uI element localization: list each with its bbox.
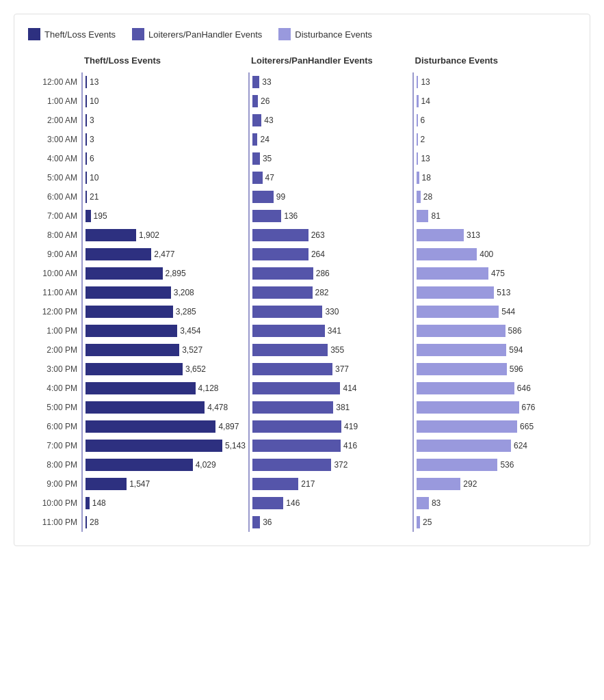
loiter-bar: [252, 114, 261, 126]
disturb-bar-cell: 6: [412, 111, 576, 130]
theft-bar-cell: 4,897: [81, 417, 248, 436]
disturb-bar-cell: 544: [412, 302, 576, 321]
disturb-bar-cell: 646: [412, 379, 576, 398]
legend-item-disturb: Disturbance Events: [278, 28, 372, 40]
theft-bar: [86, 325, 177, 337]
disturb-bar: [417, 95, 419, 107]
loiter-bar-cell: 355: [248, 340, 412, 360]
loiter-bar: [252, 152, 260, 165]
theft-bar-label: 3: [90, 116, 94, 125]
loiter-bar-cell: 43: [248, 111, 412, 130]
loiter-bar-cell: 24: [248, 130, 412, 149]
loiter-bar-label: 263: [311, 230, 325, 240]
theft-bar-label: 4,478: [207, 403, 228, 412]
disturb-bar-cell: 594: [412, 340, 576, 360]
theft-bar-cell: 10: [81, 168, 248, 187]
disturb-bar-cell: 586: [412, 321, 576, 340]
theft-bar: [86, 459, 193, 471]
theft-bar-cell: 1,902: [81, 226, 248, 245]
col-header-theft: Theft/Loss Events: [81, 53, 248, 72]
loiter-bar-label: 47: [265, 173, 274, 183]
disturb-bar-cell: 513: [412, 283, 576, 302]
loiter-bar: [252, 267, 313, 280]
loiter-bar-cell: 372: [248, 455, 412, 474]
loiter-bar-cell: 419: [248, 417, 412, 436]
legend-item-theft: Theft/Loss Events: [28, 28, 116, 40]
col-header-loiter: Loiterers/PanHandler Events: [248, 53, 412, 72]
theft-bar-label: 3,285: [176, 307, 196, 317]
disturb-bar-cell: 292: [412, 474, 576, 494]
disturb-bar-label: 676: [522, 403, 536, 412]
loiter-bar-cell: 99: [248, 187, 412, 206]
theft-bar: [86, 114, 87, 126]
loiter-bar-cell: 286: [248, 264, 412, 283]
loiter-bar-label: 33: [262, 77, 271, 87]
loiter-bar-cell: 377: [248, 360, 412, 379]
loiter-bar: [252, 459, 331, 471]
disturb-bar: [417, 325, 505, 337]
time-label: 9:00 PM: [28, 474, 81, 494]
loiter-bar-cell: 282: [248, 283, 412, 302]
theft-bar-cell: 5,143: [81, 436, 248, 455]
loiter-bar: [252, 420, 341, 433]
time-label: 5:00 PM: [28, 398, 81, 417]
disturb-bar-label: 18: [422, 173, 431, 183]
loiter-bar: [252, 363, 332, 375]
chart-container: Theft/Loss EventsLoiterers/PanHandler Ev…: [14, 14, 590, 546]
disturb-bar-label: 513: [497, 288, 510, 297]
disturb-bar-label: 13: [421, 154, 430, 163]
disturb-bar: [417, 172, 419, 184]
theft-bar: [86, 210, 91, 222]
loiter-bar-cell: 136: [248, 206, 412, 226]
time-label: 7:00 PM: [28, 436, 81, 455]
disturb-bar-cell: 536: [412, 455, 576, 474]
loiter-bar-label: 372: [334, 460, 347, 470]
theft-bar-cell: 2,477: [81, 245, 248, 264]
loiter-bar: [252, 210, 281, 222]
disturb-bar-label: 536: [500, 460, 514, 470]
theft-bar: [86, 172, 87, 184]
disturb-bar-label: 594: [509, 345, 523, 355]
theft-bar-cell: 3,285: [81, 302, 248, 321]
disturb-bar-cell: 400: [412, 245, 576, 264]
theft-bar-label: 3,652: [185, 364, 206, 374]
time-label: 12:00 AM: [28, 72, 81, 92]
theft-bar-label: 10: [90, 173, 99, 183]
disturb-bar-label: 475: [491, 269, 505, 278]
disturb-bar: [417, 459, 498, 471]
legend-item-loiter: Loiterers/PanHandler Events: [132, 28, 262, 40]
col-header-disturb: Disturbance Events: [412, 53, 576, 72]
theft-bar-label: 2,477: [154, 250, 174, 259]
theft-bar-label: 5,143: [225, 441, 246, 450]
time-label: 8:00 AM: [28, 226, 81, 245]
loiter-bar-cell: 36: [248, 513, 412, 532]
disturb-bar: [417, 516, 421, 528]
theft-bar: [86, 516, 87, 528]
disturb-bar-label: 665: [520, 422, 534, 431]
disturb-bar-label: 14: [421, 96, 430, 106]
theft-bar: [86, 382, 196, 394]
disturb-bar-cell: 13: [412, 72, 576, 92]
legend-swatch-theft: [28, 28, 40, 40]
loiter-bar-label: 416: [343, 441, 357, 450]
theft-bar-cell: 4,478: [81, 398, 248, 417]
disturb-bar-label: 313: [467, 230, 480, 240]
disturb-bar-label: 81: [431, 211, 440, 221]
theft-bar: [86, 306, 173, 318]
loiter-bar-label: 282: [315, 288, 329, 297]
disturb-bar-cell: 83: [412, 494, 576, 513]
loiter-bar-cell: 26: [248, 92, 412, 111]
loiter-bar: [252, 248, 308, 260]
theft-bar-cell: 4,029: [81, 455, 248, 474]
theft-bar-label: 3: [90, 135, 94, 144]
theft-bar-cell: 3,652: [81, 360, 248, 379]
time-label: 2:00 AM: [28, 111, 81, 130]
theft-bar-label: 4,897: [218, 422, 239, 431]
loiter-bar-cell: 263: [248, 226, 412, 245]
disturb-bar: [417, 210, 429, 222]
legend-label-loiter: Loiterers/PanHandler Events: [148, 29, 262, 40]
loiter-bar: [252, 440, 341, 452]
loiter-bar: [252, 133, 257, 146]
loiter-bar-label: 381: [336, 403, 350, 412]
theft-bar: [86, 363, 183, 375]
